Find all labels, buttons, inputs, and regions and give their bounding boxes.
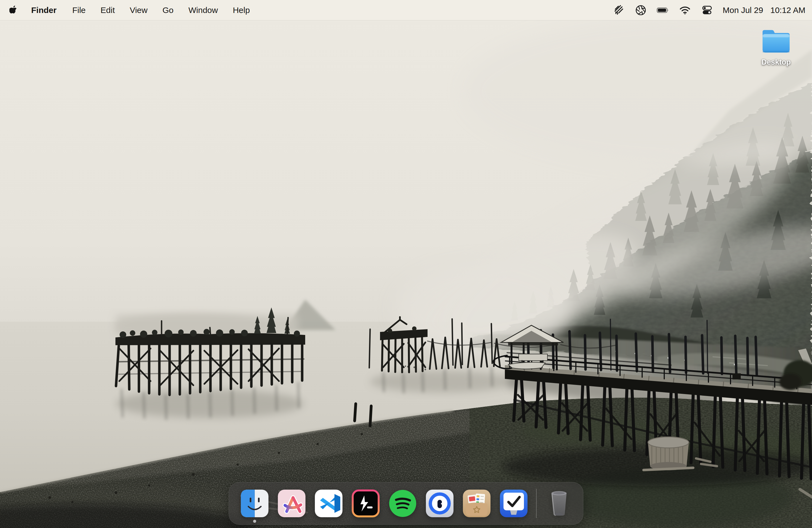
input-muted-icon[interactable] (613, 5, 625, 16)
dock-item-trash[interactable] (545, 488, 573, 518)
desktop-folder-label: Desktop (762, 58, 791, 67)
dock-item-finder[interactable] (241, 489, 269, 517)
wifi-icon[interactable] (679, 5, 691, 16)
dock-item-vscode[interactable] (315, 489, 343, 517)
dock-separator (536, 489, 537, 518)
macos-desktop: Finder File Edit View Go Window Help (0, 0, 812, 528)
menu-bar: Finder File Edit View Go Window Help (0, 0, 812, 20)
dock-item-1password[interactable] (425, 489, 454, 517)
menu-item-go[interactable]: Go (155, 5, 181, 15)
dock-item-arc[interactable] (278, 489, 306, 517)
aperture-icon[interactable] (635, 5, 647, 16)
wallpaper-foggy-pier-photo (0, 0, 812, 528)
menu-bar-clock[interactable]: Mon Jul 29 10:12 AM (723, 5, 806, 15)
apple-menu-icon[interactable] (10, 5, 18, 15)
control-center-icon[interactable] (701, 5, 713, 16)
clock-date: Mon Jul 29 (723, 5, 763, 15)
menu-item-finder[interactable]: Finder (24, 5, 65, 15)
clock-time: 10:12 AM (770, 5, 806, 15)
folder-icon (760, 28, 793, 56)
dock (229, 482, 583, 525)
menu-item-view[interactable]: View (122, 5, 155, 15)
dock-item-spotify[interactable] (389, 489, 417, 517)
menu-item-edit[interactable]: Edit (93, 5, 122, 15)
dock-item-things[interactable] (499, 489, 528, 517)
menu-item-help[interactable]: Help (226, 5, 257, 15)
dock-item-cardbox[interactable] (463, 489, 491, 517)
dock-item-warp[interactable] (352, 489, 380, 517)
desktop-folder-icon[interactable]: Desktop (757, 28, 795, 67)
battery-icon[interactable] (657, 5, 669, 16)
menu-item-window[interactable]: Window (181, 5, 226, 15)
menu-item-file[interactable]: File (65, 5, 93, 15)
finder-running-indicator (253, 520, 256, 523)
